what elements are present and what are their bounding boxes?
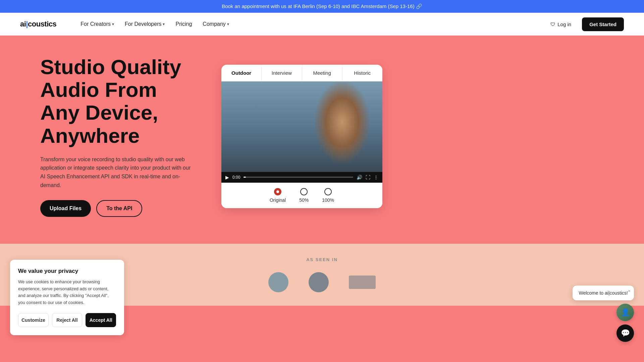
- cookie-text: We use cookies to enhance your browsing …: [18, 279, 116, 306]
- radio-50[interactable]: 50%: [299, 188, 309, 203]
- radio-100[interactable]: 100%: [322, 188, 334, 203]
- chat-avatar[interactable]: 👤: [616, 304, 634, 306]
- radio-original[interactable]: Original: [270, 188, 286, 203]
- hero-section: Studio Quality Audio From Any Device, An…: [0, 36, 644, 244]
- chat-welcome-text: Welcome to ai|coustics!: [579, 290, 628, 296]
- announcement-text: Book an appointment with us at IFA Berli…: [222, 3, 422, 9]
- video-player[interactable]: [221, 81, 382, 172]
- cookie-title: We value your privacy: [18, 268, 116, 275]
- cookie-banner: We value your privacy We use cookies to …: [10, 260, 124, 306]
- chat-welcome-bubble: × Welcome to ai|coustics!: [573, 286, 634, 300]
- navigation: ai|coustics For Creators ▾ For Developer…: [0, 13, 644, 36]
- chevron-down-icon: ▾: [163, 22, 165, 26]
- audio-options: Original 50% 100%: [221, 183, 382, 208]
- radio-label-50: 50%: [299, 197, 309, 203]
- radio-circle-original: [274, 188, 281, 195]
- logo[interactable]: ai|coustics: [20, 20, 56, 28]
- radio-label-100: 100%: [322, 197, 334, 203]
- video-time: 0:00: [232, 175, 240, 180]
- logo-2: [309, 272, 329, 292]
- nav-company[interactable]: Company ▾: [199, 18, 233, 30]
- nav-pricing[interactable]: Pricing: [171, 18, 196, 30]
- announcement-bar: Book an appointment with us at IFA Berli…: [0, 0, 644, 13]
- progress-fill: [244, 177, 246, 178]
- fullscreen-icon[interactable]: ⛶: [366, 175, 370, 180]
- hero-buttons: Upload Files To the API: [40, 200, 195, 217]
- tab-interview[interactable]: Interview: [262, 65, 302, 81]
- more-options-icon[interactable]: ⋮: [374, 175, 378, 180]
- video-card-container: Outdoor Interview Meeting Historic ▶ 0:0…: [221, 65, 382, 208]
- video-tabs: Outdoor Interview Meeting Historic: [221, 65, 382, 81]
- login-button[interactable]: 🛡 Log in: [545, 19, 577, 30]
- shield-icon: 🛡: [550, 21, 555, 27]
- hero-description: Transform your voice recording to studio…: [40, 155, 195, 189]
- play-button[interactable]: ▶: [225, 175, 229, 180]
- upload-files-button[interactable]: Upload Files: [40, 200, 91, 217]
- to-api-button[interactable]: To the API: [96, 200, 142, 217]
- video-control-icons: 🔊 ⛶ ⋮: [357, 175, 378, 180]
- nav-links: For Creators ▾ For Developers ▾ Pricing …: [76, 18, 532, 30]
- video-controls: ▶ 0:00 🔊 ⛶ ⋮: [221, 172, 382, 183]
- progress-bar[interactable]: [244, 177, 353, 178]
- close-icon[interactable]: ×: [628, 288, 631, 294]
- logo-1: [268, 272, 288, 292]
- radio-circle-50: [300, 188, 308, 195]
- hero-content: Studio Quality Audio From Any Device, An…: [40, 56, 195, 217]
- tab-outdoor[interactable]: Outdoor: [221, 65, 262, 81]
- hero-title: Studio Quality Audio From Any Device, An…: [40, 56, 195, 147]
- logos-row: [40, 272, 604, 292]
- video-frame: [221, 81, 382, 172]
- chat-widget: × Welcome to ai|coustics! 👤 💬: [573, 286, 634, 306]
- as-seen-in-label: AS SEEN IN: [40, 257, 604, 262]
- chevron-down-icon: ▾: [112, 22, 114, 26]
- logo-3: [349, 276, 376, 289]
- tab-meeting[interactable]: Meeting: [302, 65, 342, 81]
- nav-for-developers[interactable]: For Developers ▾: [121, 18, 169, 30]
- radio-label-original: Original: [270, 197, 286, 203]
- tab-historic[interactable]: Historic: [342, 65, 382, 81]
- radio-circle-100: [324, 188, 332, 195]
- nav-for-creators[interactable]: For Creators ▾: [76, 18, 118, 30]
- get-started-button[interactable]: Get Started: [582, 17, 624, 31]
- video-card: Outdoor Interview Meeting Historic ▶ 0:0…: [221, 65, 382, 208]
- nav-right: 🛡 Log in Get Started: [545, 17, 624, 31]
- chevron-down-icon: ▾: [227, 22, 229, 26]
- volume-icon[interactable]: 🔊: [357, 175, 362, 180]
